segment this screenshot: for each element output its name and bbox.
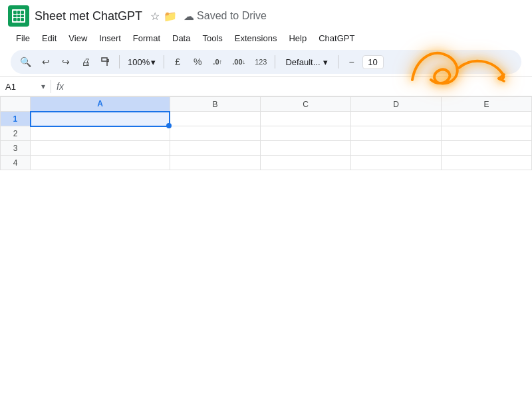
saved-text: Saved to Drive bbox=[197, 10, 267, 22]
cell-d2[interactable] bbox=[350, 126, 441, 141]
star-icon[interactable]: ☆ bbox=[150, 10, 160, 23]
title-icons: ☆ 📁 ☁ Saved to Drive bbox=[150, 10, 267, 23]
row-4: 4 bbox=[1, 156, 532, 170]
title-bar: Sheet met ChatGPT ☆ 📁 ☁ Saved to Drive bbox=[0, 0, 532, 29]
toolbar-divider-1 bbox=[119, 55, 120, 68]
cell-a4[interactable] bbox=[31, 156, 170, 170]
menu-bar: File Edit View Insert Format Data Tools … bbox=[0, 29, 532, 47]
svg-rect-0 bbox=[102, 58, 107, 61]
col-header-c[interactable]: C bbox=[260, 97, 350, 112]
number-format-button[interactable]: 123 bbox=[251, 53, 271, 71]
cell-b2[interactable] bbox=[170, 126, 260, 141]
cell-e4[interactable] bbox=[441, 156, 531, 170]
menu-extensions[interactable]: Extensions bbox=[229, 31, 283, 46]
menu-help[interactable]: Help bbox=[283, 31, 312, 46]
menu-tools[interactable]: Tools bbox=[197, 31, 227, 46]
col-header-e[interactable]: E bbox=[441, 97, 531, 112]
menu-edit[interactable]: Edit bbox=[37, 31, 62, 46]
spreadsheet: A B C D E 1 2 bbox=[0, 96, 532, 170]
doc-title: Sheet met ChatGPT bbox=[35, 9, 142, 23]
cell-d3[interactable] bbox=[350, 141, 441, 156]
cell-c4[interactable] bbox=[260, 156, 350, 170]
font-size-dec-button[interactable]: − bbox=[342, 53, 361, 71]
menu-insert[interactable]: Insert bbox=[94, 31, 126, 46]
toolbar-divider-2 bbox=[164, 55, 164, 68]
corner-header bbox=[1, 97, 31, 112]
folder-icon[interactable]: 📁 bbox=[164, 10, 177, 23]
row-header-4[interactable]: 4 bbox=[1, 156, 31, 170]
cell-b1[interactable] bbox=[170, 112, 260, 126]
row-3: 3 bbox=[1, 141, 532, 156]
currency-label: £ bbox=[175, 57, 180, 67]
toolbar: 🔍 ↩ ↪ 🖨 100% ▾ £ % .0↑ .00↓ 123 Default.… bbox=[11, 50, 521, 74]
formula-bar: ▾ fx bbox=[0, 76, 532, 96]
row-header-3[interactable]: 3 bbox=[1, 141, 31, 156]
cell-e2[interactable] bbox=[441, 126, 531, 141]
cell-c1[interactable] bbox=[260, 112, 350, 126]
font-family-dropdown-icon: ▾ bbox=[323, 57, 328, 67]
font-size-value: 10 bbox=[368, 57, 377, 67]
row-header-2[interactable]: 2 bbox=[1, 126, 31, 141]
print-button[interactable]: 🖨 bbox=[76, 53, 95, 71]
cell-ref-input[interactable] bbox=[5, 82, 39, 92]
toolbar-divider-4 bbox=[338, 55, 338, 68]
cell-c2[interactable] bbox=[260, 126, 350, 141]
cell-e1[interactable] bbox=[441, 112, 531, 126]
cloud-icon: ☁ bbox=[184, 10, 194, 23]
cell-a3[interactable] bbox=[31, 141, 170, 156]
decimal-dec-button[interactable]: .00↓ bbox=[228, 53, 249, 71]
font-size-input[interactable]: 10 bbox=[362, 55, 384, 69]
formula-input[interactable] bbox=[72, 82, 527, 92]
menu-file[interactable]: File bbox=[11, 31, 35, 46]
app-icon bbox=[8, 5, 29, 27]
fx-label: fx bbox=[57, 81, 64, 92]
grid-table: A B C D E 1 2 bbox=[0, 96, 532, 170]
col-header-b[interactable]: B bbox=[170, 97, 260, 112]
font-family-value: Default... bbox=[285, 57, 320, 67]
menu-view[interactable]: View bbox=[63, 31, 92, 46]
saved-badge: ☁ Saved to Drive bbox=[184, 10, 267, 23]
zoom-dropdown-icon: ▾ bbox=[151, 57, 156, 67]
menu-format[interactable]: Format bbox=[128, 31, 166, 46]
search-button[interactable]: 🔍 bbox=[16, 53, 35, 71]
cell-b3[interactable] bbox=[170, 141, 260, 156]
cell-c3[interactable] bbox=[260, 141, 350, 156]
menu-data[interactable]: Data bbox=[167, 31, 196, 46]
zoom-value: 100% bbox=[128, 57, 150, 67]
cell-d1[interactable] bbox=[350, 112, 441, 126]
redo-button[interactable]: ↪ bbox=[57, 53, 75, 71]
decimal-inc-button[interactable]: .0↑ bbox=[208, 53, 227, 71]
zoom-control[interactable]: 100% ▾ bbox=[124, 56, 160, 68]
percent-label: % bbox=[194, 57, 201, 67]
row-header-1[interactable]: 1 bbox=[1, 112, 31, 126]
currency-button[interactable]: £ bbox=[168, 53, 187, 71]
formula-bar-divider bbox=[51, 80, 51, 93]
cell-e3[interactable] bbox=[441, 141, 531, 156]
paint-format-icon bbox=[100, 57, 111, 67]
menu-chatgpt[interactable]: ChatGPT bbox=[313, 31, 360, 46]
undo-button[interactable]: ↩ bbox=[37, 53, 55, 71]
minus-icon: − bbox=[348, 57, 354, 67]
format-123-label: 123 bbox=[255, 58, 267, 66]
cell-ref-dropdown[interactable]: ▾ bbox=[41, 82, 45, 91]
paint-format-button[interactable] bbox=[96, 53, 115, 71]
cell-a2[interactable] bbox=[31, 126, 170, 141]
col-header-a[interactable]: A bbox=[31, 97, 170, 112]
toolbar-divider-3 bbox=[275, 55, 275, 68]
row-2: 2 bbox=[1, 126, 532, 141]
row-1: 1 bbox=[1, 112, 532, 126]
cell-reference: ▾ bbox=[5, 82, 45, 92]
percent-button[interactable]: % bbox=[188, 53, 207, 71]
col-header-d[interactable]: D bbox=[350, 97, 441, 112]
cell-b4[interactable] bbox=[170, 156, 260, 170]
font-family-selector[interactable]: Default... ▾ bbox=[279, 55, 333, 69]
cell-d4[interactable] bbox=[350, 156, 441, 170]
cell-a1[interactable] bbox=[31, 112, 170, 126]
